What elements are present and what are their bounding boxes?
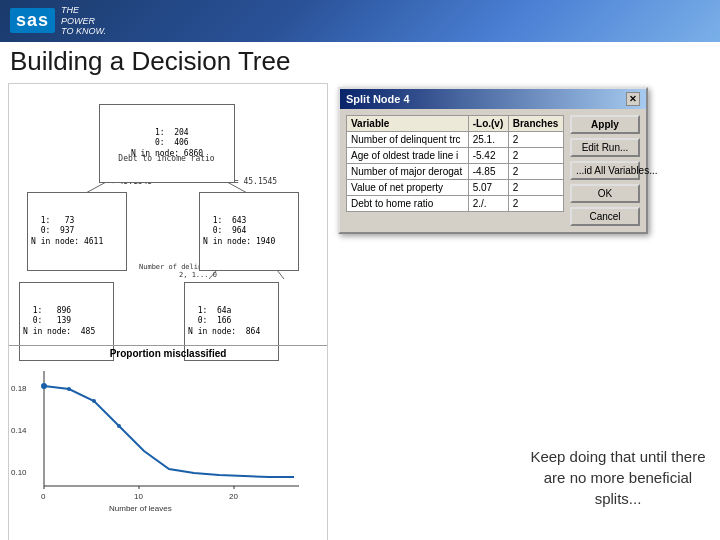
- svg-text:20: 20: [229, 492, 238, 501]
- chart-title: Proportion misclassified: [9, 346, 327, 361]
- root-node: 1: 204 0: 406N in node: 6860: [99, 104, 235, 183]
- svg-text:10: 10: [134, 492, 143, 501]
- chart-area: Proportion misclassified 0.18 0.14 0.10 …: [9, 345, 327, 540]
- var-name: Number of delinquent trc: [347, 132, 469, 148]
- all-variables-button[interactable]: ...id All Variables...: [570, 161, 640, 180]
- table-row[interactable]: Number of delinquent trc 25.1. 2: [347, 132, 564, 148]
- var-value: -4.85: [468, 164, 508, 180]
- keep-doing-text: Keep doing that until there are no more …: [528, 446, 708, 509]
- table-row[interactable]: Number of major derogat -4.85 2: [347, 164, 564, 180]
- table-row[interactable]: Value of net property 5.07 2: [347, 180, 564, 196]
- ok-button[interactable]: OK: [570, 184, 640, 203]
- edit-run-button[interactable]: Edit Run...: [570, 138, 640, 157]
- var-value: 2./.: [468, 196, 508, 212]
- var-name: Age of oldest trade line i: [347, 148, 469, 164]
- left-panel: < 45.1545 >= 45.1545 Number of delinquen…: [8, 83, 328, 540]
- svg-point-17: [41, 383, 47, 389]
- right-child-node: 1: 643 0: 964N in node: 1940: [199, 192, 299, 271]
- var-branches: 2: [508, 196, 563, 212]
- left-child-node: 1: 73 0: 937N in node: 4611: [27, 192, 127, 271]
- root-split-label: Debt to income ratio: [89, 154, 244, 163]
- svg-point-18: [67, 387, 71, 391]
- right-panel: Split Node 4 ✕ Variable -Lo.(v) Branches: [328, 79, 718, 539]
- svg-text:Number of leaves: Number of leaves: [109, 504, 172, 513]
- col-branches: Branches: [508, 116, 563, 132]
- dialog-close-button[interactable]: ✕: [626, 92, 640, 106]
- svg-point-20: [117, 424, 121, 428]
- right-child-text: 1: 643 0: 964N in node: 1940: [203, 216, 295, 247]
- var-value: 25.1.: [468, 132, 508, 148]
- var-name: Number of major derogat: [347, 164, 469, 180]
- svg-text:0.14: 0.14: [11, 426, 27, 435]
- var-name: Value of net property: [347, 180, 469, 196]
- header: sas THEPOWERTO KNOW.: [0, 0, 720, 42]
- sas-logo: sas THEPOWERTO KNOW.: [10, 5, 106, 37]
- svg-text:0.10: 0.10: [11, 468, 27, 477]
- var-branches: 2: [508, 148, 563, 164]
- table-row[interactable]: Age of oldest trade line i -5.42 2: [347, 148, 564, 164]
- var-branches: 2: [508, 180, 563, 196]
- var-value: 5.07: [468, 180, 508, 196]
- dialog-titlebar: Split Node 4 ✕: [340, 89, 646, 109]
- col-value: -Lo.(v): [468, 116, 508, 132]
- chart-svg: 0.18 0.14 0.10 0 10 20 Number of leaves: [9, 361, 325, 516]
- var-branches: 2: [508, 132, 563, 148]
- apply-button[interactable]: Apply: [570, 115, 640, 134]
- sas-tagline: THEPOWERTO KNOW.: [61, 5, 106, 37]
- left-child-text: 1: 73 0: 937N in node: 4611: [31, 216, 123, 247]
- var-value: -5.42: [468, 148, 508, 164]
- page-title: Building a Decision Tree: [10, 46, 290, 76]
- sas-wordmark: sas: [10, 8, 55, 33]
- page-title-bar: Building a Decision Tree: [0, 42, 720, 79]
- grandchild-left-text: 1: 896 0: 139N in node: 485: [23, 306, 110, 337]
- var-branches: 2: [508, 164, 563, 180]
- col-variable: Variable: [347, 116, 469, 132]
- svg-text:>= 45.1545: >= 45.1545: [229, 177, 277, 186]
- svg-point-19: [92, 399, 96, 403]
- svg-text:0: 0: [41, 492, 46, 501]
- dialog-content: Variable -Lo.(v) Branches Number of deli…: [340, 109, 646, 232]
- grandchild-right-text: 1: 64a 0: 166N in node: 864: [188, 306, 275, 337]
- svg-text:0.18: 0.18: [11, 384, 27, 393]
- dialog-buttons: Apply Edit Run... ...id All Variables...…: [570, 115, 640, 226]
- variables-table: Variable -Lo.(v) Branches Number of deli…: [346, 115, 564, 212]
- var-name: Debt to home ratio: [347, 196, 469, 212]
- main-content: < 45.1545 >= 45.1545 Number of delinquen…: [0, 79, 720, 539]
- cancel-button[interactable]: Cancel: [570, 207, 640, 226]
- table-row[interactable]: Debt to home ratio 2./. 2: [347, 196, 564, 212]
- dialog-table-wrap: Variable -Lo.(v) Branches Number of deli…: [346, 115, 564, 226]
- svg-text:2, 1...          0: 2, 1... 0: [179, 271, 217, 279]
- dialog-title: Split Node 4: [346, 93, 410, 105]
- split-dialog: Split Node 4 ✕ Variable -Lo.(v) Branches: [338, 87, 648, 234]
